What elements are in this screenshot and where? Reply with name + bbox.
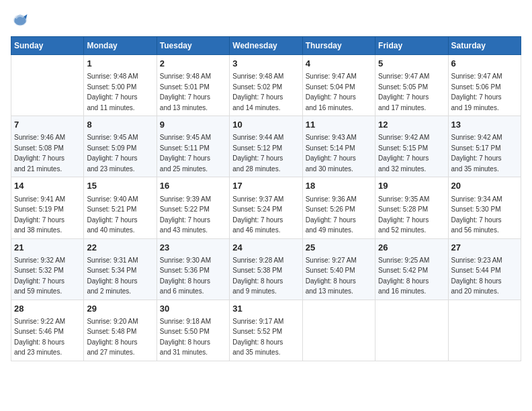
day-cell: 5Sunrise: 9:47 AM Sunset: 5:05 PM Daylig… [375,55,448,116]
day-info: Sunrise: 9:23 AM Sunset: 5:44 PM Dayligh… [451,257,502,295]
day-info: Sunrise: 9:39 AM Sunset: 5:22 PM Dayligh… [160,195,211,234]
day-number: 16 [160,180,226,192]
day-cell: 1Sunrise: 9:48 AM Sunset: 5:00 PM Daylig… [84,55,157,116]
day-cell: 19Sunrise: 9:35 AM Sunset: 5:28 PM Dayli… [375,177,448,238]
day-number: 19 [378,180,445,192]
day-number: 21 [14,242,81,254]
week-row-5: 28Sunrise: 9:22 AM Sunset: 5:46 PM Dayli… [11,300,521,361]
day-number: 1 [87,58,153,70]
day-number: 25 [306,242,372,254]
day-info: Sunrise: 9:48 AM Sunset: 5:02 PM Dayligh… [232,73,283,111]
day-number: 23 [160,242,226,254]
day-info: Sunrise: 9:34 AM Sunset: 5:30 PM Dayligh… [451,195,502,234]
day-info: Sunrise: 9:47 AM Sunset: 5:05 PM Dayligh… [378,73,429,111]
day-info: Sunrise: 9:36 AM Sunset: 5:26 PM Dayligh… [306,195,357,234]
day-cell: 14Sunrise: 9:41 AM Sunset: 5:19 PM Dayli… [11,177,84,238]
logo-icon [11,11,30,30]
day-info: Sunrise: 9:27 AM Sunset: 5:40 PM Dayligh… [306,257,357,295]
day-cell [375,300,448,361]
day-number: 2 [160,58,226,70]
day-cell [11,55,84,116]
day-number: 12 [378,119,445,131]
day-cell: 7Sunrise: 9:46 AM Sunset: 5:08 PM Daylig… [11,116,84,177]
header-cell-tuesday: Tuesday [157,37,229,55]
day-number: 7 [14,119,81,131]
day-cell: 10Sunrise: 9:44 AM Sunset: 5:12 PM Dayli… [230,116,302,177]
day-cell: 25Sunrise: 9:27 AM Sunset: 5:40 PM Dayli… [302,238,375,300]
day-number: 18 [306,180,372,192]
day-cell: 22Sunrise: 9:31 AM Sunset: 5:34 PM Dayli… [84,238,157,300]
day-cell: 11Sunrise: 9:43 AM Sunset: 5:14 PM Dayli… [302,116,375,177]
page-header [11,11,521,30]
day-number: 26 [378,242,445,254]
header-cell-thursday: Thursday [302,37,375,55]
day-info: Sunrise: 9:17 AM Sunset: 5:52 PM Dayligh… [232,318,283,357]
day-number: 13 [451,119,518,131]
day-number: 6 [451,58,518,70]
day-cell: 4Sunrise: 9:47 AM Sunset: 5:04 PM Daylig… [302,55,375,116]
day-info: Sunrise: 9:40 AM Sunset: 5:21 PM Dayligh… [87,195,138,234]
day-cell: 17Sunrise: 9:37 AM Sunset: 5:24 PM Dayli… [230,177,302,238]
day-info: Sunrise: 9:42 AM Sunset: 5:15 PM Dayligh… [378,134,429,173]
week-row-3: 14Sunrise: 9:41 AM Sunset: 5:19 PM Dayli… [11,177,521,238]
day-info: Sunrise: 9:28 AM Sunset: 5:38 PM Dayligh… [232,257,283,295]
calendar-body: 1Sunrise: 9:48 AM Sunset: 5:00 PM Daylig… [11,55,521,361]
day-cell: 13Sunrise: 9:42 AM Sunset: 5:17 PM Dayli… [448,116,521,177]
day-number: 30 [160,303,226,315]
day-info: Sunrise: 9:44 AM Sunset: 5:12 PM Dayligh… [232,134,283,173]
day-cell: 31Sunrise: 9:17 AM Sunset: 5:52 PM Dayli… [230,300,302,361]
day-info: Sunrise: 9:45 AM Sunset: 5:09 PM Dayligh… [87,134,138,173]
day-info: Sunrise: 9:45 AM Sunset: 5:11 PM Dayligh… [160,134,211,173]
header-cell-friday: Friday [375,37,448,55]
day-number: 20 [451,180,518,192]
day-cell [302,300,375,361]
day-number: 17 [232,180,299,192]
day-info: Sunrise: 9:47 AM Sunset: 5:06 PM Dayligh… [451,73,502,111]
day-cell: 16Sunrise: 9:39 AM Sunset: 5:22 PM Dayli… [157,177,229,238]
day-info: Sunrise: 9:47 AM Sunset: 5:04 PM Dayligh… [306,73,357,111]
day-cell: 8Sunrise: 9:45 AM Sunset: 5:09 PM Daylig… [84,116,157,177]
day-number: 5 [378,58,445,70]
day-cell: 21Sunrise: 9:32 AM Sunset: 5:32 PM Dayli… [11,238,84,300]
day-cell: 9Sunrise: 9:45 AM Sunset: 5:11 PM Daylig… [157,116,229,177]
header-cell-monday: Monday [84,37,157,55]
day-number: 4 [306,58,372,70]
day-info: Sunrise: 9:30 AM Sunset: 5:36 PM Dayligh… [160,257,211,295]
day-info: Sunrise: 9:41 AM Sunset: 5:19 PM Dayligh… [14,195,65,234]
day-info: Sunrise: 9:31 AM Sunset: 5:34 PM Dayligh… [87,257,138,295]
day-info: Sunrise: 9:20 AM Sunset: 5:48 PM Dayligh… [87,318,138,357]
calendar-table: SundayMondayTuesdayWednesdayThursdayFrid… [11,36,521,361]
day-number: 15 [87,180,153,192]
header-cell-saturday: Saturday [448,37,521,55]
day-cell: 2Sunrise: 9:48 AM Sunset: 5:01 PM Daylig… [157,55,229,116]
day-info: Sunrise: 9:37 AM Sunset: 5:24 PM Dayligh… [232,195,283,234]
day-info: Sunrise: 9:46 AM Sunset: 5:08 PM Dayligh… [14,134,65,173]
day-cell: 29Sunrise: 9:20 AM Sunset: 5:48 PM Dayli… [84,300,157,361]
day-number: 29 [87,303,153,315]
day-cell: 12Sunrise: 9:42 AM Sunset: 5:15 PM Dayli… [375,116,448,177]
day-number: 9 [160,119,226,131]
day-number: 28 [14,303,81,315]
day-info: Sunrise: 9:48 AM Sunset: 5:00 PM Dayligh… [87,73,138,111]
day-cell: 6Sunrise: 9:47 AM Sunset: 5:06 PM Daylig… [448,55,521,116]
day-number: 27 [451,242,518,254]
day-cell: 27Sunrise: 9:23 AM Sunset: 5:44 PM Dayli… [448,238,521,300]
day-cell: 24Sunrise: 9:28 AM Sunset: 5:38 PM Dayli… [230,238,302,300]
day-info: Sunrise: 9:18 AM Sunset: 5:50 PM Dayligh… [160,318,211,357]
calendar-header: SundayMondayTuesdayWednesdayThursdayFrid… [11,37,521,55]
day-info: Sunrise: 9:48 AM Sunset: 5:01 PM Dayligh… [160,73,211,111]
day-cell: 23Sunrise: 9:30 AM Sunset: 5:36 PM Dayli… [157,238,229,300]
header-row: SundayMondayTuesdayWednesdayThursdayFrid… [11,37,521,55]
day-info: Sunrise: 9:35 AM Sunset: 5:28 PM Dayligh… [378,195,429,234]
day-cell: 28Sunrise: 9:22 AM Sunset: 5:46 PM Dayli… [11,300,84,361]
day-number: 14 [14,180,81,192]
day-number: 31 [232,303,299,315]
day-cell: 20Sunrise: 9:34 AM Sunset: 5:30 PM Dayli… [448,177,521,238]
logo [11,11,32,30]
header-cell-wednesday: Wednesday [230,37,302,55]
day-number: 24 [232,242,299,254]
week-row-4: 21Sunrise: 9:32 AM Sunset: 5:32 PM Dayli… [11,238,521,300]
week-row-2: 7Sunrise: 9:46 AM Sunset: 5:08 PM Daylig… [11,116,521,177]
day-number: 8 [87,119,153,131]
day-info: Sunrise: 9:25 AM Sunset: 5:42 PM Dayligh… [378,257,429,295]
